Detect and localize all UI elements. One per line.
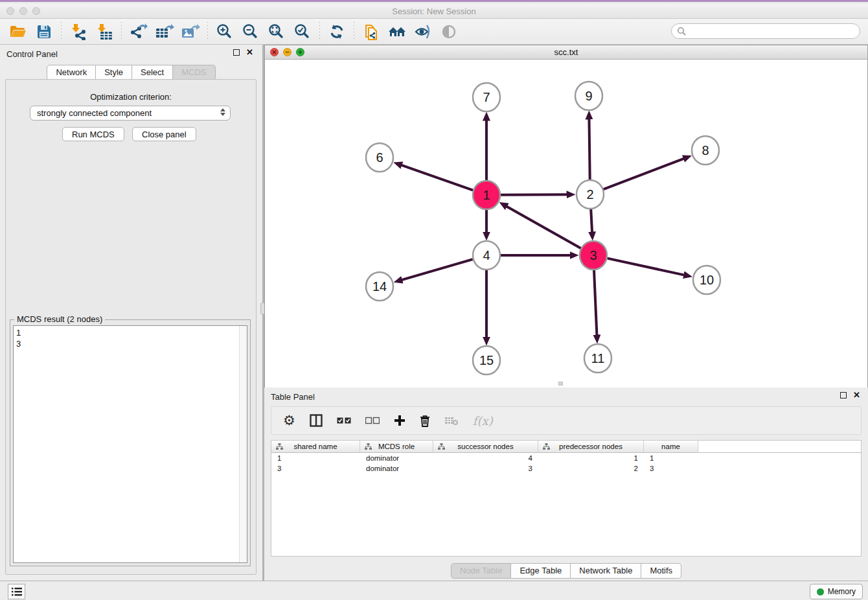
- hide-panels-icon[interactable]: [410, 21, 436, 43]
- refresh-layout-icon[interactable]: [324, 21, 350, 43]
- search-input[interactable]: [686, 25, 860, 37]
- toggle-visibility-icon[interactable]: [436, 21, 462, 43]
- tab-select[interactable]: Select: [132, 65, 173, 80]
- node-3[interactable]: 3: [580, 241, 607, 270]
- node-9[interactable]: 9: [575, 82, 602, 110]
- memory-button[interactable]: Memory: [810, 584, 863, 599]
- show-columns-icon[interactable]: [310, 414, 323, 427]
- control-panel-title: Control Panel: [6, 49, 58, 59]
- node-1[interactable]: 1: [473, 181, 500, 209]
- table-cell[interactable]: dominator: [360, 463, 433, 474]
- clone-network-icon[interactable]: [358, 21, 384, 43]
- table-row[interactable]: 3dominator323: [271, 463, 861, 474]
- column-header-shared-name[interactable]: shared name: [271, 441, 360, 453]
- column-header-mcds-role[interactable]: MCDS role: [360, 441, 433, 453]
- column-header-predecessor-nodes[interactable]: predecessor nodes: [538, 441, 644, 453]
- search-box[interactable]: [671, 23, 860, 39]
- edge-4-14[interactable]: [402, 259, 473, 280]
- table-settings-gear-icon[interactable]: ⚙: [283, 414, 295, 428]
- zoom-in-icon[interactable]: [212, 21, 238, 43]
- table-cell[interactable]: 4: [433, 453, 538, 463]
- import-network-icon[interactable]: [65, 21, 91, 43]
- tab-mcds[interactable]: MCDS: [173, 65, 215, 80]
- node-label: 15: [479, 353, 494, 367]
- table-row[interactable]: 1dominator411: [271, 453, 861, 463]
- column-header-name[interactable]: name: [644, 441, 698, 453]
- network-canvas[interactable]: 1234678910111415: [265, 60, 867, 387]
- table-cell[interactable]: 1: [538, 453, 644, 463]
- export-network-icon[interactable]: [126, 21, 152, 43]
- network-view-window: scc.txt 1234678910111415: [264, 45, 868, 387]
- tab-edge-table[interactable]: Edge Table: [511, 563, 571, 579]
- table-cell[interactable]: 3: [271, 463, 360, 474]
- tab-motifs[interactable]: Motifs: [641, 563, 681, 579]
- node-15[interactable]: 15: [473, 346, 500, 375]
- task-history-button[interactable]: [8, 584, 25, 599]
- zoom-selected-icon[interactable]: [290, 21, 315, 43]
- edge-2-9[interactable]: [589, 119, 589, 180]
- table-panel-title: Table Panel: [271, 392, 315, 402]
- edge-1-2[interactable]: [501, 194, 567, 195]
- result-scrollbar[interactable]: [239, 326, 247, 562]
- node-label: 8: [702, 143, 709, 157]
- canvas-resize-handle[interactable]: [558, 382, 563, 386]
- add-column-icon[interactable]: [394, 415, 405, 426]
- select-all-columns-icon[interactable]: [337, 417, 351, 424]
- deselect-all-columns-icon[interactable]: [365, 417, 380, 424]
- close-table-panel-icon[interactable]: ✕: [853, 392, 860, 398]
- edge-3-1[interactable]: [507, 207, 580, 249]
- tab-node-table[interactable]: Node Table: [451, 563, 512, 579]
- node-2[interactable]: 2: [577, 180, 604, 209]
- export-image-icon[interactable]: [177, 21, 203, 43]
- node-7[interactable]: 7: [473, 83, 500, 111]
- table-cell[interactable]: dominator: [360, 453, 433, 463]
- edge-3-11[interactable]: [594, 270, 597, 335]
- network-window-title: scc.txt: [265, 47, 867, 57]
- edge-1-6[interactable]: [402, 165, 473, 190]
- node-14[interactable]: 14: [366, 272, 393, 301]
- show-all-networks-icon[interactable]: [384, 21, 410, 43]
- app-title: Session: New Session: [0, 6, 868, 16]
- float-table-panel-icon[interactable]: [840, 392, 847, 398]
- mcds-result-text[interactable]: 1 3: [13, 325, 247, 563]
- main-toolbar: [0, 19, 868, 45]
- table-cell[interactable]: 1: [644, 453, 698, 463]
- node-10[interactable]: 10: [693, 266, 720, 294]
- zoom-out-icon[interactable]: [238, 21, 264, 43]
- table-cell[interactable]: 3: [433, 463, 538, 474]
- app-titlebar: Session: New Session: [0, 4, 868, 19]
- network-window-titlebar: scc.txt: [265, 45, 867, 60]
- float-panel-icon[interactable]: [233, 49, 240, 56]
- node-label: 1: [483, 188, 490, 202]
- node-11[interactable]: 11: [584, 344, 611, 373]
- tab-style[interactable]: Style: [96, 65, 132, 80]
- tab-network-table[interactable]: Network Table: [571, 563, 641, 579]
- table-cell[interactable]: 1: [271, 453, 360, 463]
- table-cell[interactable]: 2: [538, 463, 644, 474]
- tab-network[interactable]: Network: [47, 65, 96, 80]
- node-8[interactable]: 8: [692, 136, 719, 165]
- node-label: 6: [376, 150, 383, 165]
- edge-2-8[interactable]: [604, 159, 684, 189]
- export-table-icon[interactable]: [152, 21, 177, 43]
- optimization-criterion-select[interactable]: strongly connected component: [30, 106, 231, 121]
- delete-column-icon[interactable]: [420, 415, 430, 427]
- node-label: 3: [589, 248, 597, 262]
- import-table-icon[interactable]: [91, 21, 117, 43]
- open-session-icon[interactable]: [5, 21, 31, 43]
- column-header-successor-nodes[interactable]: successor nodes: [433, 441, 538, 453]
- edge-3-10[interactable]: [607, 259, 683, 275]
- network-graph[interactable]: 1234678910111415: [265, 60, 867, 387]
- edge-2-3[interactable]: [591, 209, 592, 232]
- run-mcds-button[interactable]: Run MCDS: [62, 127, 124, 141]
- node-4[interactable]: 4: [473, 241, 500, 270]
- close-panel-button[interactable]: Close panel: [132, 127, 196, 141]
- close-panel-icon[interactable]: ✕: [246, 49, 253, 56]
- save-session-icon[interactable]: [31, 21, 57, 43]
- memory-label: Memory: [828, 587, 856, 596]
- zoom-fit-icon[interactable]: [264, 21, 290, 43]
- column-header-filler: [698, 441, 861, 453]
- table-cell[interactable]: 3: [644, 463, 698, 474]
- control-panel-tabs: NetworkStyleSelectMCDS: [0, 65, 262, 80]
- node-6[interactable]: 6: [366, 143, 393, 172]
